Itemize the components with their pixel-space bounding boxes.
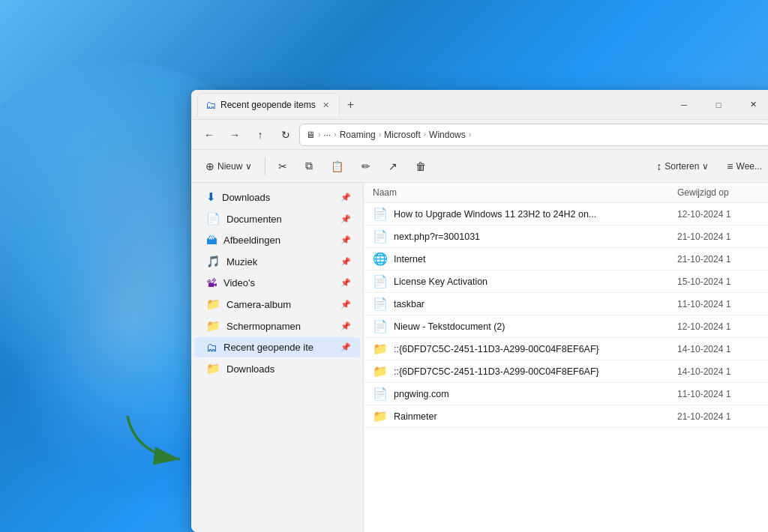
sidebar-pictures-label: Afbeeldingen	[224, 235, 334, 246]
pin-icon-recent: 📌	[340, 342, 351, 352]
sidebar-item-pictures[interactable]: 🏔 Afbeeldingen 📌	[194, 230, 360, 250]
file-date-2: 21-10-2024 1	[677, 254, 767, 265]
file-item[interactable]: 📄 taskbar 11-10-2024 1	[364, 293, 768, 315]
file-date-9: 21-10-2024 1	[677, 411, 767, 422]
new-tab-button[interactable]: +	[343, 97, 358, 113]
sidebar-documents-label: Documenten	[226, 214, 334, 225]
copy-button[interactable]: ⧉	[297, 156, 321, 176]
file-icon-8: 📄	[373, 387, 388, 401]
documents-icon: 📄	[206, 212, 220, 226]
new-label: Nieuw	[218, 161, 242, 172]
maximize-button[interactable]: □	[701, 94, 736, 116]
camera-icon: 📁	[206, 297, 220, 311]
file-icon-0: 📄	[373, 207, 388, 221]
toolbar-sep-1	[265, 157, 266, 175]
file-date-8: 11-10-2024 1	[677, 389, 767, 399]
file-item[interactable]: 🌐 Internet 21-10-2024 1	[364, 248, 768, 270]
sidebar-item-music[interactable]: 🎵 Muziek 📌	[194, 251, 360, 272]
main-area: ⬇ Downloads 📌 📄 Documenten 📌 🏔 Afbeeldin…	[191, 183, 768, 532]
sidebar-item-camera[interactable]: 📁 Camera-album 📌	[194, 294, 360, 315]
tab-area: 🗂 Recent geopende items ✕ +	[197, 93, 667, 117]
delete-button[interactable]: 🗑	[407, 157, 434, 176]
pin-icon-music: 📌	[340, 257, 351, 267]
sidebar-item-screenshots[interactable]: 📁 Schermopnamen 📌	[194, 315, 360, 336]
copy-icon: ⧉	[305, 160, 313, 172]
address-chevron-3: ›	[379, 130, 381, 139]
screenshots-icon: 📁	[206, 319, 220, 333]
sidebar-downloads2-label: Downloads	[226, 363, 351, 375]
refresh-button[interactable]: ↻	[274, 123, 298, 147]
sidebar-item-videos[interactable]: 📽 Video's 📌	[194, 273, 360, 293]
new-chevron: ∨	[245, 161, 252, 172]
cut-button[interactable]: ✂	[270, 157, 296, 176]
pin-icon-videos: 📌	[340, 278, 351, 288]
file-item[interactable]: 📄 pngwing.com 11-10-2024 1	[364, 383, 768, 405]
file-name-1: next.php?r=3001031	[394, 232, 671, 242]
file-item[interactable]: 📄 License Key Activation 15-10-2024 1	[364, 270, 768, 293]
file-name-7: ::{6DFD7C5C-2451-11D3-A299-00C04F8EF6AF}	[394, 366, 671, 377]
file-item[interactable]: 📄 next.php?r=3001031 21-10-2024 1	[364, 226, 768, 248]
file-item[interactable]: 📄 Nieuw - Tekstdocument (2) 12-10-2024 1	[364, 315, 768, 338]
window-controls: ─ □ ✕	[667, 94, 768, 116]
file-name-2: Internet	[394, 254, 671, 265]
rename-button[interactable]: ✏	[353, 157, 379, 176]
recent-icon: 🗂	[206, 341, 218, 354]
active-tab[interactable]: 🗂 Recent geopende items ✕	[197, 93, 340, 117]
sort-button[interactable]: ↕ Sorteren ∨	[648, 157, 717, 176]
view-icon: ≡	[727, 160, 733, 172]
downloads-icon: ⬇	[206, 190, 216, 204]
view-button[interactable]: ≡ Wee...	[718, 157, 768, 176]
column-header-name[interactable]: Naam	[373, 187, 677, 198]
tab-label: Recent geopende items	[220, 100, 316, 110]
pictures-icon: 🏔	[206, 234, 218, 247]
address-chevron-5: ›	[469, 130, 471, 139]
delete-icon: 🗑	[416, 160, 426, 172]
file-item[interactable]: 📄 How to Upgrade Windows 11 23H2 to 24H2…	[364, 203, 768, 226]
title-bar: 🗂 Recent geopende items ✕ + ─ □ ✕	[191, 90, 768, 120]
back-button[interactable]: ←	[197, 123, 221, 147]
paste-button[interactable]: 📋	[322, 157, 352, 176]
sidebar-item-recent[interactable]: 🗂 Recent geopende ite 📌	[194, 337, 360, 357]
path-segment-2: Microsoft	[384, 130, 421, 140]
file-name-8: pngwing.com	[394, 389, 671, 399]
file-name-6: ::{6DFD7C5C-2451-11D3-A299-00C04F8EF6AF}	[394, 344, 671, 354]
videos-icon: 📽	[206, 276, 218, 289]
file-date-1: 21-10-2024 1	[677, 232, 767, 242]
pin-icon-camera: 📌	[340, 300, 351, 309]
sidebar-videos-label: Video's	[224, 277, 334, 288]
sidebar-item-downloads2[interactable]: 📁 Downloads	[194, 358, 360, 379]
column-header-date[interactable]: Gewijzigd op	[677, 187, 767, 198]
sidebar-item-documents[interactable]: 📄 Documenten 📌	[194, 208, 360, 229]
minimize-button[interactable]: ─	[667, 94, 701, 116]
pc-icon: 🖥	[306, 130, 315, 140]
forward-button[interactable]: →	[223, 123, 247, 147]
pin-icon-pictures: 📌	[340, 235, 351, 245]
sidebar-music-label: Muziek	[226, 256, 334, 267]
up-button[interactable]: ↑	[248, 123, 272, 147]
file-date-3: 15-10-2024 1	[677, 276, 767, 287]
new-button[interactable]: ⊕ Nieuw ∨	[197, 157, 260, 176]
path-segment-1: Roaming	[340, 130, 376, 140]
file-list-header: Naam Gewijzigd op	[364, 183, 768, 203]
explorer-window: 🗂 Recent geopende items ✕ + ─ □ ✕ ← → ↑ …	[191, 90, 768, 532]
close-button[interactable]: ✕	[736, 94, 768, 116]
file-item[interactable]: 📁 ::{6DFD7C5C-2451-11D3-A299-00C04F8EF6A…	[364, 360, 768, 383]
file-date-0: 12-10-2024 1	[677, 209, 767, 220]
toolbar: ⊕ Nieuw ∨ ✂ ⧉ 📋 ✏ ↗ 🗑 ↕ Sorteren ∨ ≡	[191, 150, 768, 183]
file-icon-2: 🌐	[373, 252, 388, 266]
sidebar: ⬇ Downloads 📌 📄 Documenten 📌 🏔 Afbeeldin…	[191, 183, 364, 532]
share-icon: ↗	[388, 160, 398, 172]
file-name-5: Nieuw - Tekstdocument (2)	[394, 321, 671, 332]
new-icon: ⊕	[206, 160, 214, 172]
address-bar[interactable]: 🖥 › ··· › Roaming › Microsoft › Windows …	[299, 124, 768, 146]
tab-icon: 🗂	[206, 99, 216, 111]
file-date-5: 12-10-2024 1	[677, 321, 767, 332]
file-item[interactable]: 📁 ::{6DFD7C5C-2451-11D3-A299-00C04F8EF6A…	[364, 338, 768, 360]
file-icon-5: 📄	[373, 319, 388, 333]
file-item[interactable]: 📁 Rainmeter 21-10-2024 1	[364, 405, 768, 428]
file-name-4: taskbar	[394, 299, 671, 309]
rename-icon: ✏	[362, 160, 370, 172]
sidebar-item-downloads[interactable]: ⬇ Downloads 📌	[194, 187, 360, 208]
share-button[interactable]: ↗	[380, 157, 406, 176]
tab-close-button[interactable]: ✕	[320, 100, 332, 111]
